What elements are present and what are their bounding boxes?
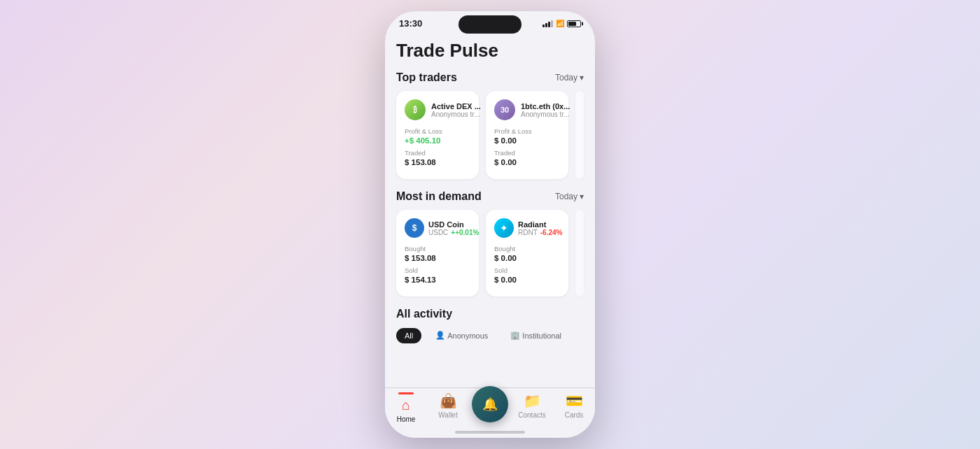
status-time: 13:30 (399, 18, 422, 29)
filter-tab-institutional[interactable]: 🏢 Institutional (502, 327, 570, 343)
token-usdc-ticker: USDC (428, 229, 448, 236)
trader-1-header: ₿ Active DEX ... Anonymous tr... (405, 99, 470, 120)
main-content: Trade Pulse Top traders Today ▾ ₿ Active… (385, 31, 595, 438)
usdc-sold-label: Sold (405, 266, 470, 274)
most-in-demand-header: Most in demand Today ▾ (396, 190, 584, 203)
top-traders-list: ₿ Active DEX ... Anonymous tr... Profit … (396, 91, 584, 179)
token-rdnt-info: Radiant RDNT -6.24% (518, 220, 562, 236)
token-rdnt-header: ✦ Radiant RDNT -6.24% (494, 218, 560, 238)
most-in-demand-title: Most in demand (396, 190, 482, 203)
activity-filter-tabs: All 👤 Anonymous 🏢 Institutional (396, 327, 584, 343)
token-card-usdc[interactable]: $ USD Coin USDC ++0.01% Bought $ 153.08 … (396, 210, 479, 297)
trader-1-avatar: ₿ (405, 99, 426, 120)
top-traders-filter-label: Today (555, 73, 578, 83)
trader-card-1[interactable]: ₿ Active DEX ... Anonymous tr... Profit … (396, 91, 479, 179)
trader-1-sub: Anonymous tr... (431, 111, 481, 118)
trader-1-name: Active DEX ... (431, 102, 481, 111)
most-in-demand-filter[interactable]: Today ▾ (555, 192, 584, 201)
token-usdc-pct: ++0.01% (451, 229, 479, 236)
most-in-demand-list: $ USD Coin USDC ++0.01% Bought $ 153.08 … (396, 210, 584, 297)
institutional-icon: 🏢 (510, 331, 520, 340)
trader-1-pnl-value: +$ 405.10 (405, 136, 470, 145)
token-rdnt-name: Radiant (518, 220, 562, 229)
nav-label-wallet: Wallet (438, 411, 457, 419)
trader-2-pnl-value: $ 0.00 (494, 136, 560, 145)
nav-label-cards: Cards (565, 411, 584, 419)
top-traders-title: Top traders (396, 71, 457, 84)
filter-tab-anonymous[interactable]: 👤 Anonymous (427, 327, 496, 343)
trader-1-traded-label: Traded (405, 149, 470, 157)
phone-frame: 13:30 📶 Trade Pulse Top traders Today ▾ (385, 11, 595, 438)
trader-2-sub: Anonymous tr... (521, 111, 570, 118)
trader-2-pnl-label: Profit & Loss (494, 127, 560, 135)
token-card-rdnt[interactable]: ✦ Radiant RDNT -6.24% Bought $ 0.00 Sold… (486, 210, 568, 297)
usdc-bought-label: Bought (405, 245, 470, 252)
cards-icon: 💳 (566, 392, 583, 409)
rdnt-icon: ✦ (494, 218, 514, 238)
fab-button[interactable]: 🔔 (472, 386, 508, 422)
bell-icon: 🔔 (482, 397, 498, 412)
signal-bars-icon (542, 20, 553, 27)
all-activity-title: All activity (396, 308, 584, 320)
nav-item-cards[interactable]: 💳 Cards (553, 392, 595, 419)
rdnt-bought-label: Bought (494, 245, 560, 252)
nav-item-wallet[interactable]: 👜 Wallet (427, 392, 469, 419)
usdc-bought-value: $ 153.08 (405, 254, 470, 262)
usdc-icon: $ (405, 218, 424, 238)
contacts-icon: 📁 (524, 392, 541, 409)
usdc-sold-value: $ 154.13 (405, 276, 470, 284)
nav-label-contacts: Contacts (518, 411, 545, 419)
token-usdc-header: $ USD Coin USDC ++0.01% (405, 218, 470, 238)
home-icon: ⌂ (402, 397, 410, 413)
token-usdc-info: USD Coin USDC ++0.01% (428, 220, 479, 236)
rdnt-sold-label: Sold (494, 266, 560, 274)
home-indicator (455, 431, 525, 434)
trader-card-2[interactable]: 30 1btc.eth (0x... Anonymous tr... Profi… (486, 91, 568, 179)
top-traders-filter[interactable]: Today ▾ (555, 73, 584, 83)
trader-2-traded-value: $ 0.00 (494, 158, 560, 166)
nav-item-contacts[interactable]: 📁 Contacts (511, 392, 553, 419)
page-title: Trade Pulse (396, 37, 584, 62)
token-usdc-name: USD Coin (428, 220, 479, 229)
wallet-icon: 👜 (440, 392, 457, 409)
filter-tab-all[interactable]: All (396, 328, 421, 343)
top-traders-header: Top traders Today ▾ (396, 71, 584, 84)
trader-1-pnl-label: Profit & Loss (405, 127, 470, 135)
nav-active-indicator (398, 392, 414, 394)
trader-2-header: 30 1btc.eth (0x... Anonymous tr... (494, 99, 560, 120)
dynamic-island (458, 15, 522, 34)
trader-2-traded-label: Traded (494, 149, 560, 157)
trader-2-name: 1btc.eth (0x... (521, 102, 570, 111)
trader-1-traded-value: $ 153.08 (405, 158, 470, 166)
trader-2-info: 1btc.eth (0x... Anonymous tr... (521, 102, 570, 118)
most-in-demand-filter-label: Today (555, 192, 578, 201)
wifi-icon: 📶 (556, 20, 564, 27)
token-card-3-preview (575, 210, 584, 297)
trader-2-avatar: 30 (494, 99, 515, 120)
nav-item-home[interactable]: ⌂ Home (385, 392, 427, 423)
trader-1-info: Active DEX ... Anonymous tr... (431, 102, 481, 118)
rdnt-bought-value: $ 0.00 (494, 254, 560, 262)
battery-icon (567, 20, 581, 27)
chevron-down-icon: ▾ (580, 73, 584, 83)
token-rdnt-pct: -6.24% (540, 229, 563, 236)
status-icons: 📶 (542, 20, 581, 27)
anonymous-icon: 👤 (435, 331, 445, 340)
rdnt-sold-value: $ 0.00 (494, 276, 560, 284)
chevron-down-icon-2: ▾ (580, 192, 584, 201)
nav-label-home: Home (397, 415, 416, 423)
trader-card-3-preview (575, 91, 584, 179)
token-rdnt-ticker: RDNT (518, 229, 538, 236)
